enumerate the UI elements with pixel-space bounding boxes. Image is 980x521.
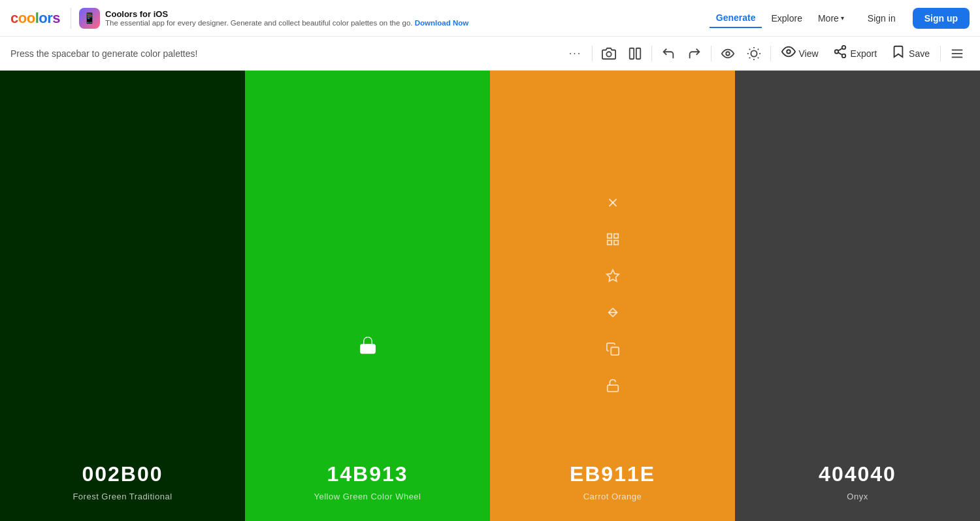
color-name-2: Carrot Orange [583, 492, 642, 501]
color-hex-0: 002B00 [82, 462, 163, 486]
svg-rect-22 [360, 344, 375, 353]
color-hex-2: EB911E [570, 462, 655, 486]
undo-button[interactable] [656, 41, 681, 66]
svg-line-11 [749, 57, 749, 58]
toolbar: Press the spacebar to generate color pal… [0, 37, 980, 71]
resize-icon[interactable] [606, 305, 620, 324]
camera-icon [602, 46, 616, 61]
share-icon [833, 44, 847, 62]
view-icon [781, 44, 796, 62]
spacebar-hint: Press the spacebar to generate color pal… [10, 48, 563, 59]
divider [592, 46, 593, 61]
logo[interactable]: coolors [10, 10, 60, 27]
color-panel-3[interactable]: 404040Onyx [735, 71, 980, 521]
app-promo-banner: 📱 Coolors for iOS The essential app for … [71, 8, 468, 29]
colorblind-button[interactable] [715, 41, 740, 66]
color-panel-0[interactable]: 002B00Forest Green Traditional [0, 71, 245, 521]
signup-button[interactable]: Sign up [913, 8, 970, 29]
app-promo-desc: The essential app for every designer. Ge… [105, 19, 468, 27]
svg-point-15 [834, 50, 838, 54]
more-options-button[interactable]: ··· [563, 41, 588, 66]
bookmark-icon [891, 44, 906, 62]
svg-rect-28 [613, 240, 617, 244]
svg-rect-26 [613, 233, 617, 237]
undo-icon [661, 46, 676, 61]
svg-line-12 [757, 48, 758, 49]
brightness-button[interactable] [742, 41, 766, 66]
svg-point-4 [751, 50, 757, 56]
nav-more[interactable]: More ▾ [811, 9, 851, 27]
color-name-3: Onyx [847, 492, 868, 501]
export-label: Export [851, 48, 877, 59]
color-hex-1: 14B913 [327, 462, 408, 486]
colorblind-icon [721, 46, 735, 61]
app-promo-title: Coolors for iOS [105, 9, 468, 19]
view-button[interactable]: View [775, 41, 825, 66]
view-label: View [799, 48, 819, 59]
save-label: Save [909, 48, 930, 59]
nav-explore[interactable]: Explore [764, 9, 808, 27]
svg-line-8 [757, 57, 758, 58]
save-button[interactable]: Save [885, 41, 936, 66]
export-button[interactable]: Export [826, 41, 883, 66]
color-name-0: Forest Green Traditional [73, 492, 172, 501]
svg-rect-25 [607, 233, 611, 237]
ios-app-icon: 📱 [79, 8, 100, 29]
svg-point-0 [606, 52, 611, 56]
nav-links: Generate Explore More ▾ [710, 8, 851, 28]
layout-icon [628, 46, 642, 61]
svg-rect-1 [629, 48, 633, 59]
svg-line-18 [838, 48, 841, 51]
divider4 [770, 46, 771, 61]
svg-rect-27 [607, 240, 611, 244]
lock-icon[interactable] [358, 335, 378, 360]
svg-point-13 [787, 50, 791, 54]
svg-line-7 [749, 48, 749, 49]
layout-button[interactable] [623, 41, 647, 66]
star-icon[interactable] [606, 269, 620, 287]
svg-point-16 [841, 54, 845, 58]
redo-icon [687, 46, 702, 61]
toolbar-actions: ··· [563, 41, 970, 66]
svg-point-3 [726, 52, 730, 56]
copy-icon[interactable] [606, 342, 620, 360]
grid-icon[interactable] [606, 232, 620, 250]
logo-text: coolors [10, 10, 60, 27]
redo-button[interactable] [682, 41, 707, 66]
hamburger-button[interactable] [945, 41, 970, 66]
download-now-link[interactable]: Download Now [415, 19, 468, 27]
divider5 [940, 46, 941, 61]
svg-rect-31 [611, 347, 619, 355]
color-hex-3: 404040 [819, 462, 896, 486]
color-panel-1[interactable]: 14B913Yellow Green Color Wheel [245, 71, 490, 521]
svg-rect-2 [636, 48, 640, 59]
divider2 [651, 46, 652, 61]
svg-point-14 [841, 46, 845, 50]
svg-line-17 [838, 52, 841, 55]
signin-button[interactable]: Sign in [858, 8, 905, 28]
chevron-down-icon: ▾ [841, 14, 844, 22]
nav-generate[interactable]: Generate [710, 8, 762, 28]
camera-button[interactable] [596, 41, 621, 66]
divider3 [711, 46, 711, 61]
brightness-icon [747, 46, 761, 61]
palette: 002B00Forest Green Traditional14B913Yell… [0, 71, 980, 521]
panel-icons-2 [606, 195, 620, 397]
svg-rect-32 [607, 385, 618, 392]
color-name-1: Yellow Green Color Wheel [314, 492, 421, 501]
svg-marker-29 [606, 269, 618, 280]
color-panel-2[interactable]: EB911ECarrot Orange [490, 71, 735, 521]
top-nav: coolors 📱 Coolors for iOS The essential … [0, 0, 980, 37]
close-icon[interactable] [606, 195, 620, 214]
hamburger-icon [950, 46, 964, 61]
lock-open-icon[interactable] [606, 378, 620, 397]
